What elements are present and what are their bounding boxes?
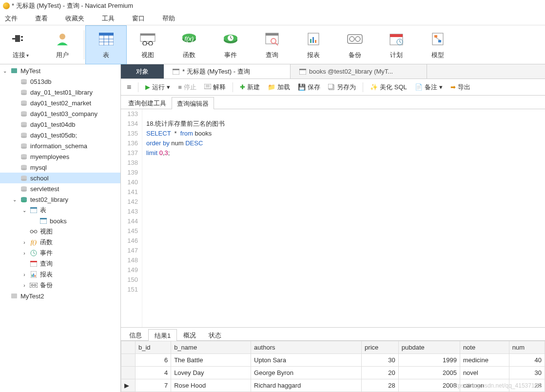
svg-rect-92 bbox=[30, 261, 37, 262]
tb-table[interactable]: 表 bbox=[85, 25, 127, 64]
col-note[interactable]: note bbox=[460, 341, 509, 354]
table-row[interactable]: 6The BattleUpton Sara301999medicine40 bbox=[121, 354, 545, 367]
db-myemployees[interactable]: myemployees bbox=[0, 151, 120, 162]
db-test02-library[interactable]: ⌄test02_library bbox=[0, 194, 120, 205]
export-button[interactable]: ➡导出 bbox=[448, 82, 473, 93]
folder-icon: 📁 bbox=[268, 83, 275, 91]
svg-point-13 bbox=[143, 41, 147, 45]
folder-tables[interactable]: ⌄表 bbox=[0, 205, 120, 216]
db-school[interactable]: school bbox=[0, 173, 120, 183]
col-authors[interactable]: authors bbox=[251, 341, 362, 354]
svg-point-47 bbox=[21, 82, 27, 84]
sql-editor[interactable]: 1331341351361371381391401411421431441451… bbox=[121, 109, 545, 327]
database-icon bbox=[19, 174, 28, 182]
row-pointer-icon: ▶ bbox=[121, 379, 136, 392]
col-bid[interactable]: b_id bbox=[136, 341, 171, 354]
load-button[interactable]: 📁加载 bbox=[265, 82, 293, 93]
svg-rect-94 bbox=[32, 274, 33, 277]
beautify-button[interactable]: ✨美化 SQL bbox=[367, 82, 410, 93]
connections-tree[interactable]: ⌄MyTest 0513db day_01_test01_library day… bbox=[0, 64, 121, 392]
tb-event[interactable]: 事件 bbox=[210, 25, 251, 64]
new-button[interactable]: ✚新建 bbox=[237, 82, 263, 93]
tab-query-editor[interactable]: 查询编辑器 bbox=[172, 97, 214, 109]
saveas-button[interactable]: 另存为 bbox=[325, 82, 359, 93]
menu-file[interactable]: 文件 bbox=[2, 13, 20, 24]
folder-events[interactable]: ›事件 bbox=[0, 248, 120, 258]
db-servlettest[interactable]: servlettest bbox=[0, 183, 120, 194]
database-icon bbox=[19, 185, 28, 193]
play-icon: ▶ bbox=[145, 83, 150, 91]
app-icon bbox=[3, 2, 10, 9]
sql-code[interactable]: 18.统计库存量前三名的图书 SELECT * from books order… bbox=[142, 109, 545, 327]
db-day01-test02[interactable]: day01_test02_market bbox=[0, 98, 120, 108]
tab-result1[interactable]: 结果1 bbox=[148, 329, 177, 341]
grid-header[interactable]: b_id b_name authors price pubdate note n… bbox=[121, 341, 545, 354]
col-bname[interactable]: b_name bbox=[171, 341, 251, 354]
explain-button[interactable]: 解释 bbox=[201, 82, 229, 93]
folder-backups[interactable]: ›备份 bbox=[0, 280, 120, 291]
query-toolbar: ≡ ▶运行▾ ■停止 解释 ✚新建 📁加载 💾保存 另存为 ✨美化 SQL 📄备… bbox=[121, 79, 545, 96]
tb-plan[interactable]: 计划 bbox=[375, 25, 417, 64]
tab-profile[interactable]: 概况 bbox=[177, 329, 202, 340]
folder-queries[interactable]: 查询 bbox=[0, 258, 120, 269]
tb-function[interactable]: f(x) 函数 bbox=[168, 25, 210, 64]
line-gutter: 1331341351361371381391401411421431441451… bbox=[121, 109, 142, 327]
col-price[interactable]: price bbox=[362, 341, 399, 354]
db-day01-test04[interactable]: day01_test04db bbox=[0, 119, 120, 130]
save-icon: 💾 bbox=[298, 83, 306, 91]
tab-query-builder[interactable]: 查询创建工具 bbox=[123, 97, 172, 109]
svg-rect-12 bbox=[140, 34, 155, 36]
menu-window[interactable]: 窗口 bbox=[129, 13, 148, 24]
svg-rect-104 bbox=[299, 69, 306, 70]
hamburger-icon[interactable]: ≡ bbox=[124, 82, 134, 93]
menu-tool[interactable]: 工具 bbox=[99, 13, 117, 24]
db-mysql[interactable]: mysql bbox=[0, 162, 120, 173]
tb-connect[interactable]: 连接▾ bbox=[0, 25, 41, 64]
note-button[interactable]: 📄备注▾ bbox=[412, 82, 446, 93]
svg-rect-1 bbox=[21, 36, 23, 38]
tab-status[interactable]: 状态 bbox=[202, 329, 228, 340]
db-day01-test05[interactable]: day01_test05db; bbox=[0, 130, 120, 140]
table-books[interactable]: books bbox=[0, 216, 120, 226]
tb-view[interactable]: 视图 bbox=[127, 25, 168, 64]
db-day01-test01[interactable]: day_01_test01_library bbox=[0, 87, 120, 98]
col-num[interactable]: num bbox=[509, 341, 545, 354]
table-row[interactable]: 4Lovey DayGeorge Byron202005novel30 bbox=[121, 367, 545, 379]
tb-query[interactable]: 查询 bbox=[251, 25, 292, 64]
save-button[interactable]: 💾保存 bbox=[295, 82, 323, 93]
tb-report[interactable]: 报表 bbox=[292, 25, 334, 64]
stop-button[interactable]: ■停止 bbox=[175, 82, 199, 93]
tb-model[interactable]: 模型 bbox=[417, 25, 458, 64]
menu-view[interactable]: 查看 bbox=[32, 13, 51, 24]
db-information-schema[interactable]: information_schema bbox=[0, 140, 120, 151]
db-0513db[interactable]: 0513db bbox=[0, 76, 120, 87]
run-button[interactable]: ▶运行▾ bbox=[142, 82, 173, 93]
tb-user[interactable]: 用户 bbox=[41, 25, 83, 64]
svg-point-65 bbox=[21, 147, 27, 149]
plus-icon: ✚ bbox=[240, 83, 245, 91]
export-icon: ➡ bbox=[450, 83, 456, 91]
svg-rect-100 bbox=[11, 294, 17, 298]
watermark: https://blog.csdn.net/qq_41537102 bbox=[451, 382, 541, 389]
folder-functions[interactable]: ›f()函数 bbox=[0, 237, 120, 248]
query-subtabs: 查询创建工具 查询编辑器 bbox=[121, 96, 545, 109]
svg-point-74 bbox=[21, 179, 27, 181]
model-icon bbox=[429, 30, 447, 48]
tb-backup[interactable]: 备份 bbox=[334, 25, 375, 64]
tab-books-table[interactable]: books @test02_library (MyT... bbox=[291, 64, 427, 78]
conn-mytest2[interactable]: MyTest2 bbox=[0, 291, 120, 301]
svg-point-86 bbox=[34, 230, 37, 233]
menu-help[interactable]: 帮助 bbox=[159, 13, 178, 24]
table-icon bbox=[29, 206, 38, 214]
folder-views[interactable]: 视图 bbox=[0, 226, 120, 237]
folder-reports[interactable]: ›报表 bbox=[0, 269, 120, 280]
menu-fav[interactable]: 收藏夹 bbox=[62, 13, 87, 24]
conn-mytest[interactable]: ⌄MyTest bbox=[0, 65, 120, 76]
database-icon bbox=[19, 131, 28, 139]
svg-rect-84 bbox=[40, 218, 47, 219]
db-day01-test03[interactable]: day01_test03_company bbox=[0, 108, 120, 119]
tab-query-untitled[interactable]: * 无标题 (MyTest) - 查询 bbox=[164, 64, 291, 78]
tab-info[interactable]: 信息 bbox=[123, 329, 148, 340]
tab-objects[interactable]: 对象 bbox=[121, 64, 164, 78]
col-pubdate[interactable]: pubdate bbox=[398, 341, 460, 354]
